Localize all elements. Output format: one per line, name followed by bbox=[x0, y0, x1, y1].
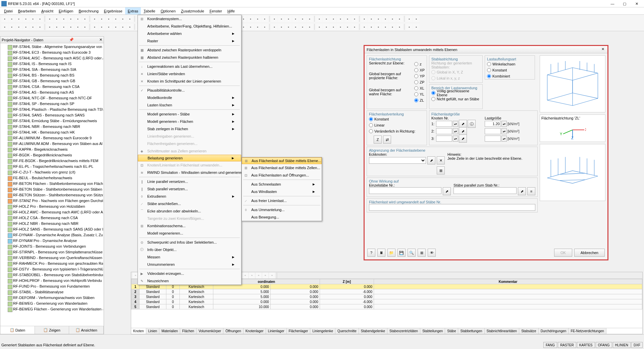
radio-YL[interactable] bbox=[414, 92, 418, 96]
toolbar-button[interactable]: ▪ bbox=[1, 15, 8, 22]
minimize-button[interactable]: — bbox=[606, 0, 619, 7]
menu-item[interactable]: Modell regenerieren... bbox=[138, 230, 241, 237]
nav-item[interactable]: RF-KAPPA - Biegeknicknachweis bbox=[1, 147, 103, 152]
toolbar-button[interactable]: ▪ bbox=[60, 23, 67, 30]
nav-item[interactable]: RF-STAHL BS - Bemessung nach BS bbox=[1, 72, 103, 78]
help-button[interactable]: ? bbox=[367, 249, 375, 257]
menu-item[interactable]: ⊞Aus Flächenlast auf Stäbe mittels Ebene… bbox=[242, 157, 322, 164]
table-tab[interactable]: Durchdringungen bbox=[539, 328, 569, 334]
menu-item[interactable]: Stab zerlegen in Flächen▶ bbox=[138, 125, 241, 133]
nav-item[interactable]: RF-STAHL Ermüdung Stäbe - Ermüdungsnachw… bbox=[1, 118, 103, 124]
toolbar-button[interactable]: ▪ bbox=[396, 15, 403, 22]
radio-ZP[interactable] bbox=[414, 80, 418, 84]
toolbar-button[interactable]: ▪ bbox=[261, 15, 268, 22]
folder-button[interactable]: 📁 bbox=[387, 249, 395, 257]
status-toggle-kartes[interactable]: KARTES bbox=[577, 342, 595, 348]
toolbar-button[interactable]: ▪ bbox=[382, 23, 389, 30]
menu-item[interactable]: Messen▶ bbox=[138, 253, 241, 261]
radio-not-filled[interactable] bbox=[431, 97, 435, 101]
table-tab[interactable]: Öffnungen bbox=[223, 328, 244, 334]
close-button[interactable]: ✕ bbox=[631, 0, 643, 7]
delete-nodes-button[interactable]: ✕ bbox=[437, 156, 445, 164]
toolbar-button[interactable]: ▪ bbox=[126, 15, 133, 22]
nav-item[interactable]: RF-ALUMINIUM ADM - Bemessung von Stäben … bbox=[1, 141, 103, 147]
toolbar-button[interactable]: ▪ bbox=[112, 23, 119, 30]
nav-tab-ansichten[interactable]: 📋Ansichten bbox=[69, 326, 104, 334]
nav-item[interactable]: RF-STAHL NTC-DF - Bemessung nach NTC-DF bbox=[1, 95, 103, 101]
toolbar-button[interactable]: ▪ bbox=[330, 23, 337, 30]
menu-item[interactable]: Modell generieren - Stäbe▶ bbox=[138, 110, 241, 118]
toolbar-button[interactable]: ▪ bbox=[292, 23, 299, 30]
toolbar-button[interactable]: ▪ bbox=[351, 23, 358, 30]
status-toggle-hlinien[interactable]: HLINIEN bbox=[613, 342, 631, 348]
nav-item[interactable]: RF-HOLZ AWC - Bemessung nach AWC (LRFD o… bbox=[1, 209, 103, 215]
toolbar-button[interactable]: ▪ bbox=[406, 23, 413, 30]
table-tab[interactable]: Stabendgelenke bbox=[359, 328, 387, 334]
nav-item[interactable]: RF-STAHL Stäbe - Allgemeine Spannungsana… bbox=[1, 44, 103, 50]
toolbar-button[interactable]: ▪ bbox=[306, 15, 313, 22]
pick-parallel-button[interactable]: ⬈ bbox=[518, 187, 526, 195]
parallel-opts-button[interactable]: ≡ bbox=[527, 187, 535, 195]
toolbar-button[interactable]: ▪ bbox=[396, 23, 403, 30]
nav-item[interactable]: RF-STAHL SIA - Bemessung nach SIA bbox=[1, 67, 103, 72]
toolbar-button[interactable]: ▪ bbox=[278, 15, 285, 22]
toolbar-button[interactable]: ▪ bbox=[306, 23, 313, 30]
nav-item[interactable]: RF-C-ZU-T - Nachweis von grenz (c/t) bbox=[1, 169, 103, 175]
table-tab[interactable]: Volumenkörper bbox=[197, 328, 223, 334]
multi-select-button[interactable]: ⊞ bbox=[437, 166, 445, 174]
table-tab[interactable]: Liniengelenke bbox=[310, 328, 335, 334]
status-toggle-dxf[interactable]: DXF bbox=[631, 342, 643, 348]
toolbar-button[interactable]: ▪ bbox=[112, 15, 119, 22]
menu-hilfe[interactable]: Hilfe bbox=[225, 7, 237, 14]
nav-item[interactable]: RF-HOLZ NBR - Bemessung nach NBR bbox=[1, 221, 103, 227]
menu-datei[interactable]: Datei bbox=[1, 7, 15, 14]
nav-item[interactable]: RF-FE-BGDK - Biegedrillknicknachweis mit… bbox=[1, 158, 103, 164]
toolbar-button[interactable]: ▪ bbox=[330, 15, 337, 22]
menu-item[interactable]: ∥Linie parallel versetzen... bbox=[138, 178, 241, 185]
toolbar-button[interactable]: ▪ bbox=[413, 23, 420, 30]
toolbar-button[interactable]: ▪ bbox=[361, 23, 368, 30]
toolbar-button[interactable]: ▪ bbox=[82, 15, 88, 22]
corner-nodes-select[interactable] bbox=[369, 157, 426, 164]
menu-item[interactable]: ∥Stab parallel versetzen... bbox=[138, 185, 241, 193]
table-tab[interactable]: Flächenlager bbox=[287, 328, 311, 334]
toolbar-button[interactable]: ▪ bbox=[22, 15, 29, 22]
nav-item[interactable]: RF-STAHL Plastisch - Plastische Bemessun… bbox=[1, 107, 103, 112]
table-tab[interactable]: Stabnichtlinearitäten bbox=[485, 328, 520, 334]
nav-item[interactable]: RF-HOHLPROF - Bemessung von Hohlprofil-V… bbox=[1, 278, 103, 284]
menu-item[interactable]: Aus Bewegung... bbox=[242, 213, 322, 221]
menu-item[interactable]: ⟋Aus freier Linienlast... bbox=[242, 197, 322, 204]
toolbar-button[interactable]: ▪ bbox=[375, 23, 382, 30]
save-button[interactable]: 💾 bbox=[397, 249, 406, 257]
table-tab[interactable]: Linienlager bbox=[266, 328, 287, 334]
nav-item[interactable]: RF-STAHL HK - Bemessung nach HK bbox=[1, 130, 103, 135]
toolbar-button[interactable]: ▪ bbox=[15, 23, 22, 30]
status-toggle-fang[interactable]: FANG bbox=[543, 342, 557, 348]
table-row[interactable]: 4Standard0Kartesisch0.0000.000-6.000 bbox=[131, 299, 642, 304]
toolbar-button[interactable]: ▪ bbox=[344, 15, 351, 22]
toolbar-button[interactable]: ▪ bbox=[105, 15, 112, 22]
nav-item[interactable]: RF-DYNAM - Dynamische Analyse (Basis, Zu… bbox=[1, 232, 103, 238]
menu-item[interactable]: ◊Aus Ummantelung... bbox=[242, 206, 322, 213]
toolbar-button[interactable]: ▪ bbox=[126, 23, 133, 30]
toolbar-button[interactable]: ▪ bbox=[30, 15, 36, 22]
menu-item[interactable]: ▦Abstand zwischen Rasterpunkten verdoppe… bbox=[138, 46, 241, 54]
navigator-pin-icon[interactable]: 📌 bbox=[69, 38, 74, 42]
pick-node-1[interactable]: ⬈ bbox=[459, 120, 467, 128]
radio-fully-closed[interactable] bbox=[431, 91, 435, 95]
direction-swap-button[interactable]: ⇄ bbox=[383, 136, 391, 144]
radio-constant[interactable] bbox=[487, 68, 491, 72]
nav-item[interactable]: RF-DYNAM Pro - Dynamische Analyse bbox=[1, 238, 103, 244]
toolbar-button[interactable]: ▪ bbox=[247, 15, 254, 22]
toolbar-button[interactable]: ▪ bbox=[375, 15, 382, 22]
menu-einfügen[interactable]: Einfügen bbox=[56, 7, 76, 14]
toolbar-button[interactable]: ▪ bbox=[323, 23, 330, 30]
table-tab[interactable]: Querschnitte bbox=[335, 328, 359, 334]
menu-ergebnisse[interactable]: Ergebnisse bbox=[101, 7, 125, 14]
nav-item[interactable]: RF-DSTV - Bemessung von typisierten I-Tr… bbox=[1, 266, 103, 272]
nav-tab-daten[interactable]: 📋Daten bbox=[0, 326, 35, 334]
table-tool[interactable]: ▫ bbox=[256, 272, 262, 279]
nav-item[interactable]: RF-JOINTS - Bemessung von Verbindungen bbox=[1, 244, 103, 249]
menu-item[interactable]: Aus Schneelasten▶ bbox=[242, 181, 322, 188]
toolbar-button[interactable]: ▪ bbox=[53, 15, 60, 22]
